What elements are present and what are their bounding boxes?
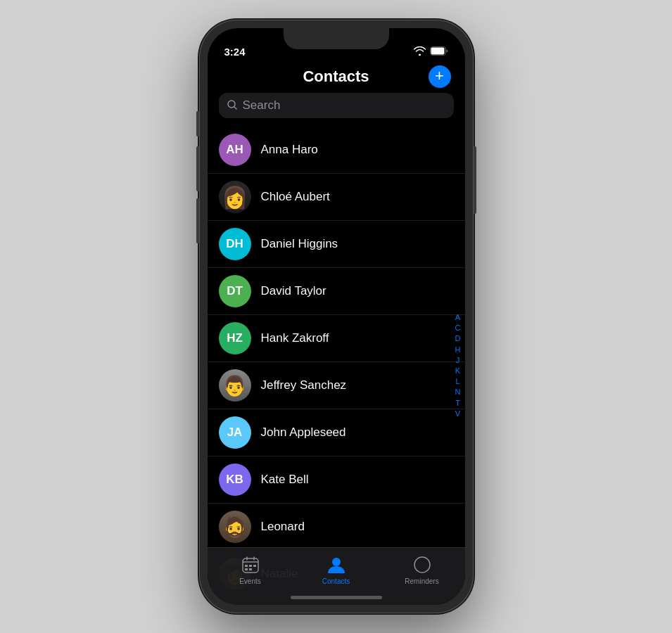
- search-bar[interactable]: Search: [219, 93, 454, 118]
- calendar-icon: [241, 555, 260, 575]
- reminders-icon: [412, 555, 432, 575]
- tab-events[interactable]: Events: [208, 555, 293, 585]
- phone-device: 3:24: [199, 20, 474, 613]
- contact-item-kate-bell[interactable]: KBKate Bell: [208, 456, 465, 504]
- svg-rect-8: [249, 565, 252, 567]
- contact-name-anna-haro: Anna Haro: [261, 143, 318, 157]
- status-time: 3:24: [224, 46, 246, 58]
- contact-name-david-taylor: David Taylor: [261, 284, 327, 298]
- alpha-l[interactable]: L: [455, 377, 461, 386]
- avatar-jeffrey-sanchez: [219, 369, 251, 402]
- alpha-v[interactable]: V: [455, 409, 461, 418]
- contact-item-jeffrey-sanchez[interactable]: Jeffrey Sanchez: [208, 362, 465, 409]
- alpha-j[interactable]: J: [455, 356, 461, 365]
- battery-icon: [430, 46, 448, 58]
- svg-point-13: [414, 557, 430, 573]
- tab-reminders-label: Reminders: [405, 577, 438, 585]
- alpha-t[interactable]: T: [455, 399, 461, 408]
- home-indicator: [291, 596, 382, 599]
- alphabet-index[interactable]: ACDHJKLNTV: [455, 313, 461, 418]
- avatar-john-appleseed: JA: [219, 416, 251, 449]
- wifi-icon: [414, 46, 426, 58]
- contact-item-david-taylor[interactable]: DTDavid Taylor: [208, 268, 465, 315]
- app-header: Contacts +: [208, 62, 465, 93]
- alpha-a[interactable]: A: [455, 313, 461, 322]
- avatar-anna-haro: AH: [219, 134, 251, 166]
- svg-point-12: [332, 558, 341, 566]
- contact-name-john-appleseed: John Appleseed: [261, 426, 346, 440]
- tab-reminders[interactable]: Reminders: [379, 555, 465, 585]
- alpha-c[interactable]: C: [455, 324, 461, 333]
- svg-rect-9: [253, 565, 256, 567]
- contact-name-daniel-higgins: Daniel Higgins: [261, 237, 338, 251]
- alpha-h[interactable]: H: [455, 345, 461, 354]
- contact-name-kate-bell: Kate Bell: [261, 473, 309, 487]
- volume-up-button[interactable]: [196, 146, 199, 191]
- alpha-k[interactable]: K: [455, 366, 461, 376]
- contact-item-john-appleseed[interactable]: JAJohn Appleseed: [208, 409, 465, 456]
- search-placeholder: Search: [243, 98, 281, 113]
- avatar-chloe-aubert: [219, 181, 251, 213]
- avatar-leonard: [219, 511, 251, 543]
- avatar-daniel-higgins: DH: [219, 228, 251, 260]
- tab-events-label: Events: [239, 577, 261, 585]
- status-icons: [414, 46, 448, 58]
- contact-name-jeffrey-sanchez: Jeffrey Sanchez: [261, 378, 347, 392]
- person-icon: [327, 555, 346, 575]
- plus-icon: +: [435, 68, 444, 84]
- phone-screen: 3:24: [208, 28, 465, 605]
- avatar-kate-bell: KB: [219, 463, 251, 496]
- alpha-d[interactable]: D: [455, 334, 461, 343]
- tab-contacts-label: Contacts: [322, 577, 350, 585]
- add-contact-button[interactable]: +: [429, 65, 451, 88]
- svg-rect-7: [245, 565, 248, 567]
- notch: [284, 28, 389, 49]
- svg-rect-11: [249, 568, 252, 570]
- contacts-list: AHAnna HaroChloé AubertDHDaniel HigginsD…: [208, 127, 465, 605]
- svg-rect-10: [245, 568, 248, 570]
- mute-button[interactable]: [196, 111, 199, 136]
- contact-name-hank-zakroff: Hank Zakroff: [261, 331, 329, 345]
- contact-item-leonard[interactable]: Leonard: [208, 504, 465, 551]
- avatar-hank-zakroff: HZ: [219, 322, 251, 354]
- contact-name-leonard: Leonard: [261, 520, 305, 534]
- page-title: Contacts: [303, 68, 369, 86]
- contacts-container: AHAnna HaroChloé AubertDHDaniel HigginsD…: [208, 127, 465, 598]
- power-button[interactable]: [474, 146, 476, 214]
- contact-item-chloe-aubert[interactable]: Chloé Aubert: [208, 174, 465, 221]
- contact-item-daniel-higgins[interactable]: DHDaniel Higgins: [208, 221, 465, 268]
- contact-item-hank-zakroff[interactable]: HZHank Zakroff: [208, 315, 465, 362]
- contact-item-anna-haro[interactable]: AHAnna Haro: [208, 127, 465, 174]
- tab-contacts[interactable]: Contacts: [293, 555, 379, 585]
- contact-name-chloe-aubert: Chloé Aubert: [261, 190, 330, 204]
- search-icon: [227, 100, 237, 112]
- svg-rect-1: [431, 48, 444, 55]
- alpha-n[interactable]: N: [455, 388, 461, 397]
- volume-down-button[interactable]: [196, 198, 199, 243]
- avatar-david-taylor: DT: [219, 275, 251, 307]
